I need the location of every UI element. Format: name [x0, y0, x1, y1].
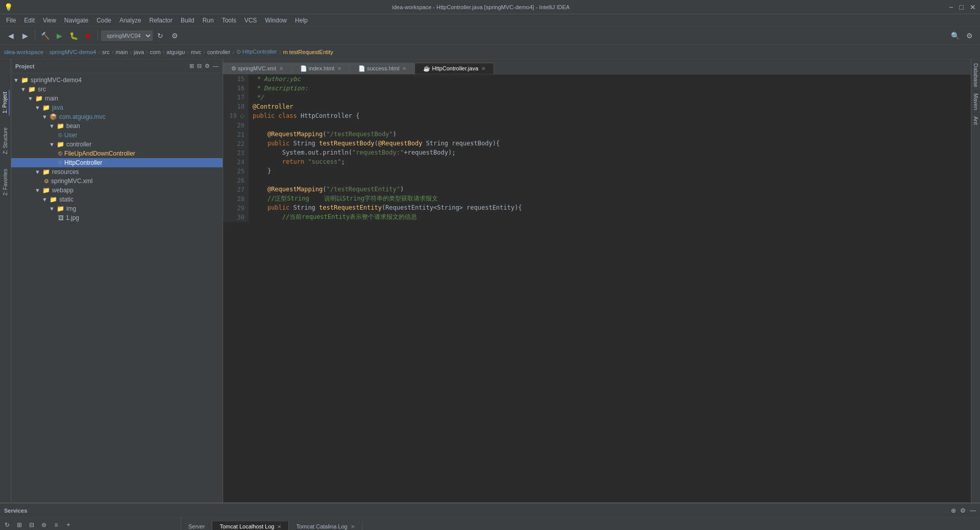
code-editor[interactable]: 15 16 17 18 ⬡ 19 ⬡ 20 21 22 ⬡ 23 24 25 2… — [223, 74, 971, 502]
bc-method[interactable]: m testRequestEntity — [283, 49, 333, 55]
svc-refresh-btn[interactable]: ↻ — [2, 520, 12, 530]
forward-button[interactable]: ▶ — [18, 29, 32, 42]
stop-button[interactable]: ■ — [81, 29, 94, 42]
bottom-minimize-icon[interactable]: — — [970, 507, 976, 514]
tab-close[interactable]: ✕ — [337, 66, 341, 71]
tab-close[interactable]: ✕ — [481, 66, 485, 71]
tree-item-java[interactable]: ▼ 📁 java — [11, 103, 223, 112]
bc-src[interactable]: src — [102, 49, 110, 55]
menu-item-code[interactable]: Code — [92, 16, 115, 25]
menu-item-help[interactable]: Help — [291, 16, 312, 25]
settings-button[interactable]: ⚙ — [963, 29, 976, 42]
tab-close[interactable]: ✕ — [402, 66, 406, 71]
tree-item-src[interactable]: ▼ 📁 src — [11, 85, 223, 94]
tab-close[interactable]: ✕ — [351, 524, 355, 529]
menu-item-view[interactable]: View — [39, 16, 60, 25]
tree-item-package[interactable]: ▼ 📦 com.atguigu.mvc — [11, 112, 223, 121]
close-button[interactable]: ✕ — [970, 3, 976, 11]
services-tree: ↻ ⊞ ⊟ ⊚ ≡ + ▼ 🐱 Tomcat Server ▼ ▶ Runnin… — [0, 518, 181, 530]
tree-item-springmvc-demo4[interactable]: ▼ 📁 springMVC-demo4 — [11, 75, 223, 85]
menu-item-edit[interactable]: Edit — [20, 16, 39, 25]
bc-mvc[interactable]: mvc — [191, 49, 201, 55]
sidebar-collapse-btn[interactable]: ⊟ — [197, 63, 202, 69]
log-tab-localhost[interactable]: Tomcat Localhost Log ✕ — [212, 521, 289, 530]
tree-item-bean[interactable]: ▼ 📁 bean — [11, 121, 223, 131]
svc-add-btn[interactable]: + — [63, 520, 74, 530]
menu-item-analyze[interactable]: Analyze — [115, 16, 145, 25]
menu-item-tools[interactable]: Tools — [218, 16, 240, 25]
tree-item-main[interactable]: ▼ 📁 main — [11, 94, 223, 103]
menu-item-build[interactable]: Build — [177, 16, 199, 25]
structure-tab[interactable]: Z: Structure — [2, 125, 9, 156]
title-bar: 💡 idea-workspace - HttpController.java [… — [0, 0, 980, 14]
tree-item-fileupdown[interactable]: © FileUpAndDownController — [11, 149, 223, 158]
svc-expand-btn[interactable]: ⊞ — [14, 520, 24, 530]
debug-button[interactable]: 🐛 — [67, 29, 80, 42]
back-button[interactable]: ◀ — [4, 29, 17, 42]
reload-button[interactable]: ↻ — [154, 29, 167, 42]
bottom-gear-icon[interactable]: ⚙ — [960, 507, 966, 514]
expand-icon: ▼ — [35, 187, 40, 193]
bc-workspace[interactable]: idea-workspace — [4, 49, 43, 55]
tree-item-httpcontroller[interactable]: © HttpController — [11, 158, 223, 167]
search-everywhere-button[interactable]: 🔍 — [948, 29, 962, 42]
bc-atguigu[interactable]: atguigu — [166, 49, 185, 55]
tree-item-img[interactable]: ▼ 📁 img — [11, 204, 223, 213]
tree-item-webapp[interactable]: ▼ 📁 webapp — [11, 186, 223, 195]
profile-settings-button[interactable]: ⚙ — [168, 29, 181, 42]
tree-item-resources[interactable]: ▼ 📁 resources — [11, 167, 223, 176]
favorites-tab[interactable]: 2: Favorites — [2, 167, 9, 197]
window-title: idea-workspace - HttpController.java [sp… — [392, 4, 570, 10]
sidebar-expand-btn[interactable]: ⊞ — [189, 63, 194, 69]
menu-item-vcs[interactable]: VCS — [240, 16, 261, 25]
bottom-settings-icon[interactable]: ⊕ — [951, 507, 956, 514]
tab-springmvcxml[interactable]: ⚙ springMVC.xml ✕ — [223, 63, 292, 74]
bc-main[interactable]: main — [115, 49, 128, 55]
bc-controller[interactable]: controller — [207, 49, 230, 55]
maximize-button[interactable]: □ — [960, 3, 964, 11]
menu-item-refactor[interactable]: Refactor — [145, 16, 177, 25]
sidebar-minimize-btn[interactable]: — — [213, 63, 218, 69]
bc-project[interactable]: springMVC-demo4 — [50, 49, 96, 55]
tab-successhtml[interactable]: 📄 success.html ✕ — [350, 63, 415, 74]
tab-indexhtml[interactable]: 📄 index.html ✕ — [292, 63, 350, 74]
svc-collapse-btn[interactable]: ⊟ — [27, 520, 37, 530]
code-content[interactable]: * Author:ybc * Description: */ @Controll… — [249, 74, 971, 222]
log-tab-catalina[interactable]: Tomcat Catalina Log ✕ — [289, 521, 362, 530]
tab-close[interactable]: ✕ — [279, 66, 283, 71]
database-tab[interactable]: Database — [972, 61, 980, 89]
window-controls: − □ ✕ — [949, 3, 976, 11]
project-tab[interactable]: 1: Project — [1, 90, 10, 115]
svc-sort-btn[interactable]: ≡ — [51, 520, 61, 530]
menu-item-run[interactable]: Run — [199, 16, 218, 25]
tree-item-static[interactable]: ▼ 📁 static — [11, 195, 223, 204]
code-line-17: */ — [253, 93, 971, 102]
expand-icon: ▼ — [42, 196, 47, 203]
tab-httpcontroller[interactable]: ☕ HttpController.java ✕ — [415, 63, 494, 74]
bc-java[interactable]: java — [134, 49, 144, 55]
tree-item-springmvcxml[interactable]: ⚙ springMVC.xml — [11, 176, 223, 186]
build-button[interactable]: 🔨 — [38, 29, 52, 42]
minimize-button[interactable]: − — [949, 3, 953, 11]
tree-item-1jpg[interactable]: 🖼 1.jpg — [11, 213, 223, 222]
tree-item-user[interactable]: © User — [11, 131, 223, 140]
maven-tab[interactable]: Maven — [972, 91, 980, 112]
code-line-24: return "success"; — [253, 157, 971, 166]
bc-com[interactable]: com — [150, 49, 161, 55]
sidebar-gear-btn[interactable]: ⚙ — [205, 63, 210, 69]
toolbar-separator2 — [97, 31, 98, 41]
bc-class[interactable]: ⊙ HttpController — [236, 48, 277, 55]
main-area: 1: Project Z: Structure 2: Favorites Pro… — [0, 59, 980, 502]
expand-icon: ▼ — [20, 86, 26, 92]
svc-filter-btn[interactable]: ⊚ — [39, 520, 49, 530]
menu-item-navigate[interactable]: Navigate — [60, 16, 92, 25]
menu-item-file[interactable]: File — [2, 16, 20, 25]
tree-item-controller[interactable]: ▼ 📁 controller — [11, 140, 223, 149]
log-tab-server[interactable]: Server — [181, 521, 212, 530]
menu-item-window[interactable]: Window — [261, 16, 291, 25]
run-profile-select[interactable]: springMVC04 — [101, 31, 153, 41]
ant-tab[interactable]: Ant — [972, 114, 980, 127]
code-line-27: @RequestMapping("/testRequestEntity") — [253, 185, 971, 194]
run-button[interactable]: ▶ — [53, 29, 66, 42]
tab-close[interactable]: ✕ — [277, 524, 281, 529]
